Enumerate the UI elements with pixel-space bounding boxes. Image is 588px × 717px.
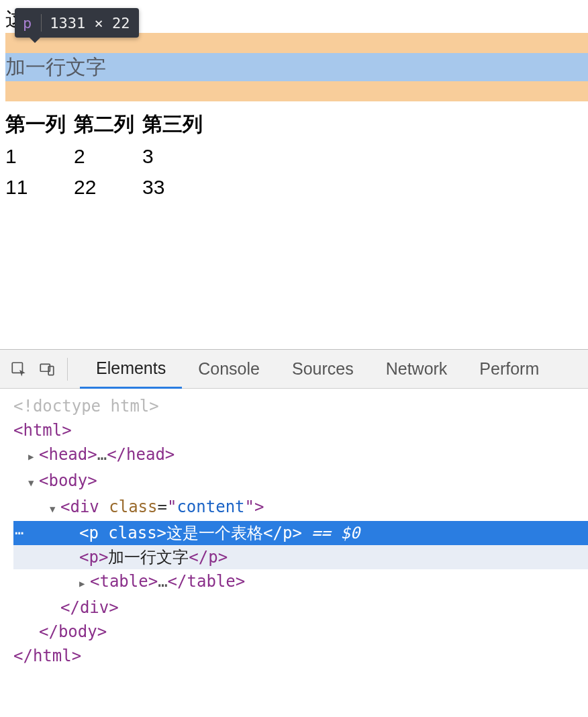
inspect-element-icon[interactable] [7,357,31,381]
rendered-page: p 1331 × 22 这是一个表格 加一行文字 第一列 第二列 第三列 1 2… [5,0,588,203]
expand-triangle-icon[interactable] [28,469,38,495]
tab-sources[interactable]: Sources [276,350,370,389]
dom-html-close[interactable]: </html> [13,644,588,668]
dom-div-open[interactable]: <div class="content"> [13,495,588,521]
expand-triangle-icon[interactable] [50,495,59,521]
dom-p-hover[interactable]: <p>加一行文字</p> [13,545,588,569]
table-header-row: 第一列 第二列 第三列 [5,108,211,141]
tooltip-separator [41,14,42,32]
dom-html-open[interactable]: <html> [13,418,588,442]
preview-table: 第一列 第二列 第三列 1 2 3 11 22 33 [5,108,211,203]
paragraph-extra-line: 加一行文字 [5,54,106,81]
inspector-highlight: 加一行文字 [5,33,588,101]
inspect-tooltip: p 1331 × 22 [15,8,139,38]
tooltip-arrow-icon [30,38,40,43]
tooltip-dimensions: 1331 × 22 [44,15,139,32]
svg-rect-2 [48,366,54,375]
toolbar-separator [67,358,68,381]
tooltip-tagname: p [15,15,38,32]
table-row: 1 2 3 [5,141,211,172]
dom-head[interactable]: <head>…</head> [13,442,588,469]
highlight-content-box: 加一行文字 [5,53,588,81]
table-header: 第二列 [74,108,142,141]
dom-body-close[interactable]: </body> [13,620,588,644]
table-header: 第一列 [5,108,74,141]
dom-doctype[interactable]: <!doctype html> [13,394,588,418]
tab-performance[interactable]: Perform [463,350,555,389]
tab-console[interactable]: Console [182,350,276,389]
dom-body-open[interactable]: <body> [13,469,588,495]
table-row: 11 22 33 [5,172,211,203]
table-header: 第三列 [142,108,211,141]
tab-network[interactable]: Network [370,350,464,389]
expand-triangle-icon[interactable] [79,569,89,595]
device-toolbar-icon[interactable] [35,357,59,381]
devtools-toolbar: Elements Console Sources Network Perform [0,350,588,389]
overflow-dots-icon[interactable]: ⋯ [15,521,23,545]
expand-triangle-icon[interactable] [28,442,38,469]
dom-tree[interactable]: <!doctype html> <html> <head>…</head> <b… [0,389,588,673]
tab-elements[interactable]: Elements [80,350,182,389]
devtools-panel: Elements Console Sources Network Perform… [0,349,588,717]
dom-p-selected[interactable]: ⋯ <p class>这是一个表格</p>== $0 [13,521,588,545]
dom-div-close[interactable]: </div> [13,595,588,620]
highlight-margin-bottom [5,81,588,101]
dom-table-collapsed[interactable]: <table>…</table> [13,569,588,595]
